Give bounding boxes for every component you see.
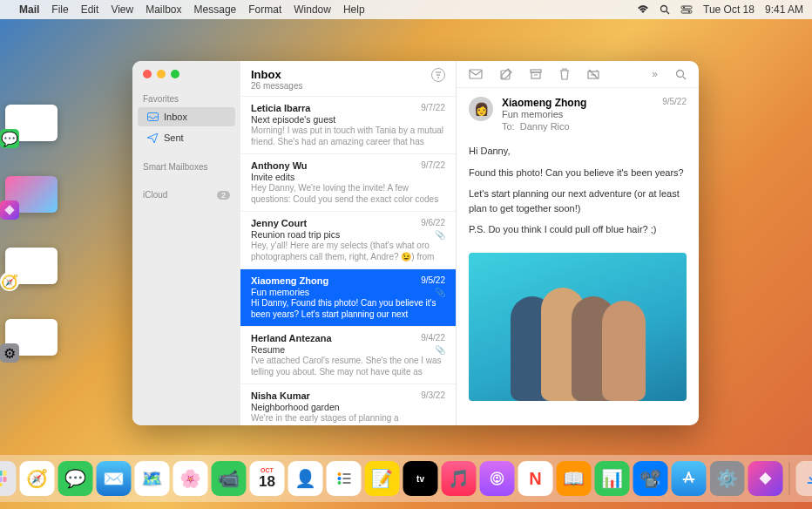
dock-notes[interactable]: 📝 — [365, 461, 400, 496]
shortcuts-icon — [0, 200, 19, 220]
reader-to: To: Danny Rico — [502, 121, 586, 132]
svg-rect-21 — [0, 471, 3, 476]
message-reader: » 👩 Xiaomeng Zhong Fun memories To: Dann… — [457, 61, 699, 425]
body-paragraph: Hi Danny, — [469, 144, 687, 159]
archive-icon[interactable] — [530, 69, 542, 79]
junk-icon[interactable] — [587, 69, 599, 79]
sidebar-header-icloud[interactable]: iCloud 2 — [132, 185, 240, 202]
dock-podcasts[interactable] — [480, 461, 515, 496]
menu-mailbox[interactable]: Mailbox — [145, 3, 181, 16]
dock-appstore[interactable] — [672, 461, 707, 496]
avatar: 👩 — [469, 97, 493, 121]
menu-help[interactable]: Help — [343, 3, 365, 16]
menu-view[interactable]: View — [111, 3, 133, 16]
dock-downloads[interactable] — [796, 461, 813, 496]
message-list-item[interactable]: Leticia Ibarra9/7/22Next episode's guest… — [240, 97, 456, 154]
dock-books[interactable]: 📖 — [557, 461, 592, 496]
dock-facetime[interactable]: 📹 — [212, 461, 247, 496]
dock-calendar[interactable]: OCT18 — [250, 461, 285, 496]
dock-launchpad[interactable] — [0, 461, 17, 496]
sent-icon — [146, 132, 159, 144]
dock-numbers[interactable]: 📊 — [595, 461, 630, 496]
stage-group[interactable]: 🧭 — [5, 248, 73, 284]
message-attachment-image[interactable] — [469, 253, 687, 401]
menubar-time[interactable]: 9:41 AM — [765, 3, 803, 16]
more-icon[interactable]: » — [652, 68, 658, 80]
message-list: Inbox 26 messages Leticia Ibarra9/7/22Ne… — [240, 61, 457, 425]
dock-messages[interactable]: 💬 — [58, 461, 93, 496]
message-list-item[interactable]: Xiaomeng Zhong9/5/22Fun memoriesHi Danny… — [240, 269, 456, 327]
traffic-lights — [132, 70, 240, 89]
filter-button[interactable] — [431, 68, 445, 82]
dock-shortcuts[interactable] — [748, 461, 783, 496]
stage-group[interactable]: 💬 — [5, 105, 73, 141]
control-center-icon[interactable] — [680, 5, 693, 14]
menubar-date[interactable]: Tue Oct 18 — [703, 3, 754, 16]
svg-line-1 — [667, 11, 669, 14]
sidebar-item-label: Inbox — [164, 112, 187, 122]
sidebar-item-label: Sent — [164, 132, 184, 143]
sidebar: Favorites Inbox Sent Smart Mailboxes iCl… — [132, 61, 240, 425]
inbox-icon — [146, 111, 159, 123]
svg-rect-11 — [470, 70, 482, 78]
reply-icon[interactable] — [469, 69, 483, 79]
sidebar-item-inbox[interactable]: Inbox — [138, 107, 235, 126]
menu-message[interactable]: Message — [194, 3, 237, 16]
icloud-count: 2 — [217, 191, 230, 200]
stage-group[interactable] — [5, 176, 73, 213]
dock-keynote[interactable]: 📽️ — [633, 461, 668, 496]
attachment-icon: 📎 — [435, 230, 445, 240]
attachment-icon: 📎 — [435, 345, 445, 355]
attachment-icon: 📎 — [435, 288, 445, 297]
dock-settings[interactable]: ⚙️ — [710, 461, 745, 496]
list-title: Inbox — [251, 68, 302, 81]
dock-photos[interactable]: 🌸 — [173, 461, 208, 496]
svg-rect-22 — [3, 471, 7, 476]
minimize-button[interactable] — [157, 70, 166, 78]
message-list-item[interactable]: Nisha Kumar9/3/22Neighborhood gardenWe'r… — [240, 384, 456, 425]
trash-icon[interactable] — [559, 68, 570, 80]
spotlight-icon[interactable] — [660, 4, 670, 15]
fullscreen-button[interactable] — [171, 70, 179, 78]
message-list-item[interactable]: Jenny Court9/6/22Reunion road trip picsH… — [240, 212, 456, 269]
dock-maps[interactable]: 🗺️ — [135, 461, 170, 496]
reader-from: Xiaomeng Zhong — [502, 97, 586, 109]
body-paragraph: Let's start planning our next adventure … — [469, 187, 687, 215]
dock: 😀 🧭 💬 ✉️ 🗺️ 🌸 📹 OCT18 👤 📝 tv 🎵 N 📖 📊 📽️ … — [0, 455, 812, 502]
reader-date: 9/5/22 — [662, 97, 687, 132]
dock-music[interactable]: 🎵 — [442, 461, 477, 496]
compose-icon[interactable] — [500, 68, 512, 80]
dock-reminders[interactable] — [327, 461, 362, 496]
dock-news[interactable]: N — [518, 461, 553, 496]
settings-icon: ⚙︎ — [0, 343, 19, 363]
menu-file[interactable]: File — [51, 3, 68, 16]
stage-group[interactable]: ⚙︎ — [5, 319, 73, 356]
dock-tv[interactable]: tv — [403, 461, 438, 496]
close-button[interactable] — [143, 70, 152, 78]
svg-point-28 — [338, 472, 342, 476]
svg-rect-25 — [3, 477, 7, 482]
app-name[interactable]: Mail — [19, 3, 39, 16]
dock-mail[interactable]: ✉️ — [97, 461, 132, 496]
sidebar-item-sent[interactable]: Sent — [138, 128, 235, 147]
svg-point-30 — [338, 477, 342, 480]
svg-point-0 — [661, 6, 667, 12]
dock-safari[interactable]: 🧭 — [20, 461, 55, 496]
svg-point-5 — [688, 11, 690, 13]
menu-window[interactable]: Window — [294, 3, 331, 16]
sidebar-header-favorites: Favorites — [132, 89, 240, 106]
message-list-item[interactable]: Anthony Wu9/7/22Invite editsHey Danny, W… — [240, 154, 456, 212]
dock-contacts[interactable]: 👤 — [288, 461, 323, 496]
message-list-item[interactable]: Herland Antezana9/4/22ResumeI've attache… — [240, 327, 456, 384]
dock-separator — [789, 462, 790, 495]
messages-icon: 💬 — [0, 129, 19, 148]
menu-format[interactable]: Format — [248, 3, 281, 16]
wifi-icon[interactable] — [637, 5, 649, 14]
search-icon[interactable] — [675, 69, 687, 80]
safari-icon: 🧭 — [0, 272, 19, 291]
body-paragraph: P.S. Do you think I could pull off blue … — [469, 222, 687, 237]
menu-edit[interactable]: Edit — [81, 3, 99, 16]
svg-rect-27 — [0, 483, 3, 486]
sidebar-header-smart: Smart Mailboxes — [132, 157, 240, 174]
stage-manager: 💬 🧭 ⚙︎ — [5, 105, 73, 356]
